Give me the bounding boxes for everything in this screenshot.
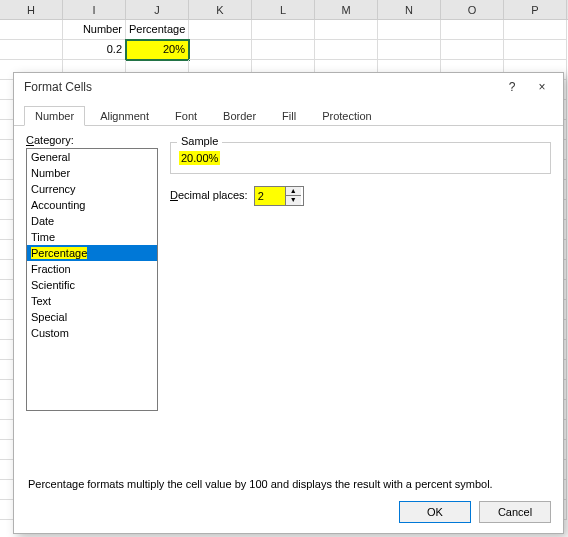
cell[interactable] [252, 20, 315, 40]
close-button[interactable]: × [527, 76, 557, 98]
spin-up-button[interactable]: ▲ [286, 187, 301, 196]
col-header-m[interactable]: M [315, 0, 378, 19]
cell[interactable] [315, 20, 378, 40]
category-label: Category: [26, 134, 158, 146]
category-item-special[interactable]: Special [27, 309, 157, 325]
cell[interactable] [378, 20, 441, 40]
decimal-places-input[interactable] [255, 187, 285, 205]
format-cells-dialog: Format Cells ? × Number Alignment Font B… [13, 72, 564, 534]
category-item-number[interactable]: Number [27, 165, 157, 181]
titlebar: Format Cells ? × [14, 73, 563, 101]
col-header-n[interactable]: N [378, 0, 441, 19]
column-headers: H I J K L M N O P [0, 0, 568, 20]
category-item-percentage[interactable]: Percentage [27, 245, 157, 261]
cell[interactable] [441, 40, 504, 60]
tab-font[interactable]: Font [164, 106, 208, 126]
category-item-custom[interactable]: Custom [27, 325, 157, 341]
category-item-currency[interactable]: Currency [27, 181, 157, 197]
category-list[interactable]: General Number Currency Accounting Date … [26, 148, 158, 411]
cell[interactable] [504, 40, 567, 60]
cell[interactable] [378, 40, 441, 60]
col-header-h[interactable]: H [0, 0, 63, 19]
category-column: Category: General Number Currency Accoun… [26, 134, 158, 476]
category-item-general[interactable]: General [27, 149, 157, 165]
cell[interactable] [252, 40, 315, 60]
category-item-date[interactable]: Date [27, 213, 157, 229]
settings-column: Sample 20.00% Decimal places: ▲ ▼ [158, 134, 551, 476]
table-row: 0.2 20% [0, 40, 568, 60]
tab-protection[interactable]: Protection [311, 106, 383, 126]
selected-cell[interactable]: 20% [126, 40, 189, 60]
cell[interactable] [315, 40, 378, 60]
tab-border[interactable]: Border [212, 106, 267, 126]
category-item-scientific[interactable]: Scientific [27, 277, 157, 293]
decimal-places-spinner[interactable]: ▲ ▼ [254, 186, 304, 206]
category-item-accounting[interactable]: Accounting [27, 197, 157, 213]
dialog-title: Format Cells [24, 80, 497, 94]
col-header-p[interactable]: P [504, 0, 567, 19]
cell[interactable]: 0.2 [63, 40, 126, 60]
tabs: Number Alignment Font Border Fill Protec… [14, 101, 563, 126]
tab-alignment[interactable]: Alignment [89, 106, 160, 126]
category-item-text[interactable]: Text [27, 293, 157, 309]
col-header-l[interactable]: L [252, 0, 315, 19]
tab-number[interactable]: Number [24, 106, 85, 126]
col-header-i[interactable]: I [63, 0, 126, 19]
table-row: Number Percentage [0, 20, 568, 40]
tab-fill[interactable]: Fill [271, 106, 307, 126]
cell[interactable] [189, 40, 252, 60]
category-item-time[interactable]: Time [27, 229, 157, 245]
cell[interactable]: Percentage [126, 20, 189, 40]
category-item-fraction[interactable]: Fraction [27, 261, 157, 277]
cell[interactable]: Number [63, 20, 126, 40]
decimal-places-label: Decimal places: [170, 189, 248, 201]
col-header-j[interactable]: J [126, 0, 189, 19]
cell[interactable] [0, 20, 63, 40]
format-description: Percentage formats multiply the cell val… [14, 476, 563, 492]
col-header-o[interactable]: O [441, 0, 504, 19]
spin-down-button[interactable]: ▼ [286, 196, 301, 205]
ok-button[interactable]: OK [399, 501, 471, 523]
number-panel: Category: General Number Currency Accoun… [14, 126, 563, 476]
sample-box: Sample 20.00% [170, 142, 551, 174]
cell[interactable] [441, 20, 504, 40]
sample-value: 20.00% [179, 151, 220, 165]
decimal-places-row: Decimal places: ▲ ▼ [170, 186, 551, 206]
cell[interactable] [504, 20, 567, 40]
cell[interactable] [0, 40, 63, 60]
sample-label: Sample [177, 135, 222, 147]
help-button[interactable]: ? [497, 76, 527, 98]
dialog-buttons: OK Cancel [399, 501, 551, 523]
cancel-button[interactable]: Cancel [479, 501, 551, 523]
cell[interactable] [189, 20, 252, 40]
col-header-k[interactable]: K [189, 0, 252, 19]
